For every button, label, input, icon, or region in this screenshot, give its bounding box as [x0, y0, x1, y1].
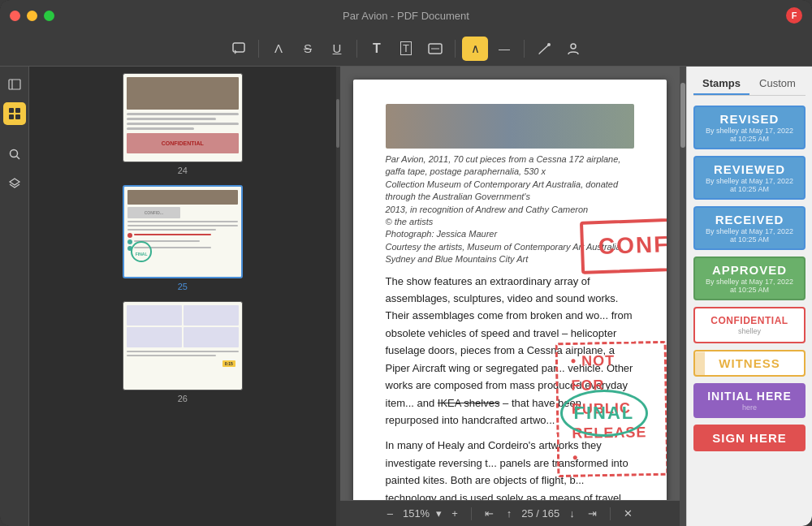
comment-button[interactable]	[226, 37, 252, 61]
stamp-witness-btn[interactable]: WITNESS	[693, 350, 806, 377]
app-window: Par Avion - PDF Document F Λ S U T T	[0, 0, 812, 526]
toolbar: Λ S U T T ∧ —	[0, 31, 812, 67]
svg-rect-11	[15, 114, 20, 119]
stamp-button[interactable]: ∧	[462, 37, 488, 61]
stamps-panel: Stamps Custom REVISED By shelley at May …	[686, 67, 812, 526]
traffic-lights	[10, 11, 54, 21]
close-button[interactable]	[10, 11, 20, 21]
signature-button[interactable]: —	[491, 37, 517, 61]
close-btn[interactable]: ✕	[620, 507, 636, 520]
strikethrough-button[interactable]: S	[295, 37, 321, 61]
scrollbar-thumb[interactable]	[680, 83, 685, 148]
stamp-received-btn[interactable]: RECEIVED By shelley at May 17, 2022 at 1…	[693, 206, 806, 250]
stamp-initial-here-btn[interactable]: INITIAL HERE here	[693, 383, 806, 418]
stamp-final: FINAL	[560, 390, 649, 437]
minimize-button[interactable]	[27, 11, 37, 21]
svg-rect-10	[9, 114, 14, 119]
zoom-in-btn[interactable]: +	[448, 507, 461, 520]
statusbar: – 151% ▾ + ⇤ ↑ 25 / 165 ↓ ⇥ ✕	[340, 500, 680, 526]
stamp-reviewed-btn[interactable]: REVIEWED By shelley at May 17, 2022 at 1…	[693, 156, 806, 200]
svg-line-3	[539, 45, 549, 54]
last-page-btn[interactable]: ⇥	[585, 507, 600, 520]
document-page: Par Avion, 2011, 70 cut pieces from a Ce…	[353, 80, 667, 500]
separator-3	[455, 40, 456, 58]
stamp-sign-here-btn[interactable]: SIGN HERE	[693, 425, 806, 451]
right-scrollbar[interactable]	[680, 67, 686, 526]
separator-1	[258, 40, 259, 58]
stamp-confidential: CONFIDENTIAL	[579, 213, 667, 274]
stamp-confidential-panel-btn[interactable]: CONFIDENTIAL shelley	[693, 307, 806, 343]
document-scroll[interactable]: Par Avion, 2011, 70 cut pieces from a Ce…	[340, 67, 680, 500]
svg-point-5	[571, 44, 576, 49]
app-icon: F	[786, 7, 802, 24]
person-button[interactable]	[560, 37, 586, 61]
thumbnail-panel[interactable]: CONFIDENTIAL 24 CONFID...	[29, 67, 336, 526]
svg-line-13	[16, 157, 19, 160]
main-area: CONFIDENTIAL 24 CONFID...	[0, 67, 812, 526]
document-area: Par Avion, 2011, 70 cut pieces from a Ce…	[340, 67, 680, 526]
text-box-button[interactable]: T	[393, 37, 419, 61]
svg-point-4	[547, 43, 551, 46]
stamps-tabs: Stamps Custom	[693, 73, 806, 96]
underline-button[interactable]: U	[324, 37, 350, 61]
maximize-button[interactable]	[44, 11, 54, 21]
separator-4	[524, 40, 525, 58]
prev-page-btn[interactable]: ↑	[503, 507, 516, 520]
svg-point-12	[10, 150, 17, 157]
svg-rect-8	[9, 108, 14, 113]
text-button[interactable]: T	[364, 37, 390, 61]
highlight-button[interactable]: Λ	[266, 37, 292, 61]
stamp-revised-btn[interactable]: REVISED By shelley at May 17, 2022 at 10…	[693, 106, 806, 149]
stamp-approved-btn[interactable]: APPROVED By shelley at May 17, 2022 at 1…	[693, 257, 806, 300]
window-title: Par Avion - PDF Document	[343, 10, 469, 22]
tab-stamps[interactable]: Stamps	[693, 73, 749, 95]
svg-rect-6	[9, 80, 20, 89]
next-page-btn[interactable]: ↓	[566, 507, 578, 520]
layers-btn[interactable]	[3, 172, 26, 195]
first-page-btn[interactable]: ⇤	[482, 507, 497, 520]
svg-rect-9	[15, 108, 20, 113]
sidebar-icons	[0, 67, 29, 526]
text-field-button[interactable]	[422, 37, 448, 61]
thumbnail-page-24[interactable]: CONFIDENTIAL 24	[36, 73, 330, 175]
tab-custom[interactable]: Custom	[749, 73, 806, 95]
doc-photo	[386, 104, 635, 149]
zoom-out-btn[interactable]: –	[384, 507, 396, 520]
search-btn[interactable]	[3, 143, 26, 166]
titlebar: Par Avion - PDF Document F	[0, 0, 812, 31]
thumbnail-view-btn[interactable]	[3, 102, 26, 125]
left-panel: CONFIDENTIAL 24 CONFID...	[0, 67, 340, 526]
page-info: 25 / 165	[521, 507, 559, 520]
thumbnail-page-25[interactable]: CONFID...	[36, 185, 330, 291]
draw-button[interactable]	[531, 37, 557, 61]
thumbnail-page-26[interactable]: 0:15 26	[36, 301, 330, 403]
zoom-level: 151%	[403, 507, 430, 520]
doc-body-text: The show features an extraordinary array…	[386, 273, 635, 500]
separator-2	[356, 40, 357, 58]
sidebar-panel-toggle[interactable]	[3, 73, 26, 96]
